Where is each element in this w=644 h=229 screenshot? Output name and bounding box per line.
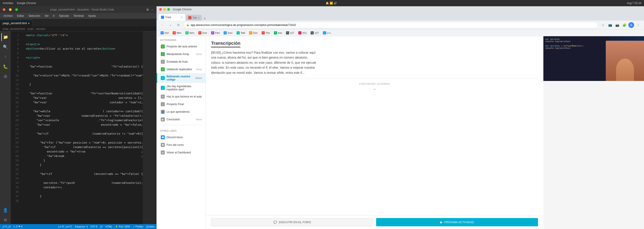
bookmark-127b[interactable]: 🔧 127	[309, 31, 320, 35]
bookmark-serv[interactable]: S Serv	[184, 31, 196, 35]
bookmarks-bar: D Divi M Mini S Serv E Erre P Part S Soc…	[156, 30, 644, 36]
new-tab-button[interactable]: +	[203, 16, 206, 20]
bookmark-boo[interactable]: b boo	[272, 31, 283, 35]
chrome-min-btn[interactable]	[163, 8, 166, 11]
course-item-no-hay[interactable]: ✓ ¡No hay ingredientes repetidos aquí!	[156, 83, 206, 93]
bookmark-41[interactable]: ! (41)	[297, 31, 308, 35]
chrome-title-bar: Google Chrome	[156, 6, 644, 12]
menu-dots[interactable]: ⋮	[635, 22, 641, 28]
course-item-duration-10: 06min	[196, 118, 202, 121]
bookmark-mini[interactable]: M Mini	[171, 31, 182, 35]
profile-icon[interactable]: A	[628, 22, 634, 28]
course-item-discord[interactable]: 💬 Discord Alura	[156, 134, 206, 141]
date-time: Aug 7 02:10	[627, 2, 641, 5]
bookmark-part[interactable]: P Part	[210, 31, 221, 35]
status-lang[interactable]: HTML	[106, 225, 112, 228]
chrome-tab-inactive[interactable]: The ✕	[186, 15, 202, 20]
more-actions-icon[interactable]: ···	[152, 8, 154, 11]
bookmark-icon-erre: E	[198, 31, 202, 34]
menu-ver[interactable]: Ver	[43, 14, 50, 18]
window-close-btn[interactable]	[3, 8, 5, 11]
course-item-duration-5: 03min	[196, 77, 202, 80]
bookmark-127[interactable]: 🔧 127	[285, 31, 296, 35]
activity-account[interactable]: 👤	[1, 206, 10, 214]
bookmark-lix[interactable]: L Li x	[322, 31, 332, 35]
course-item-proyecto-final[interactable]: ✓ Proyecto Final	[156, 100, 206, 108]
bookmark-icon-serv: S	[185, 31, 188, 34]
bookmark-icon-don: D	[249, 31, 252, 34]
menu-ayuda[interactable]: Ayuda	[86, 14, 98, 18]
tab-close-2[interactable]: ✕	[198, 16, 200, 19]
address-bar[interactable]: 🔒 app.aluracursos.com/course/logica-de-p…	[183, 22, 598, 28]
vscode-menu-bar: Archivo Editar Selección Ver Ir Ejecutar…	[0, 13, 156, 19]
breadcrumb-secretos: secretos	[36, 28, 46, 30]
chrome-max-btn[interactable]	[167, 8, 170, 11]
next-activity-button[interactable]: ▶ PRÓXIMA ACTIVIDAD	[376, 218, 538, 226]
course-item-haz[interactable]: ✎ Haz lo que hicimos en el aula	[156, 93, 206, 100]
window-max-btn[interactable]	[15, 8, 18, 11]
continue-label: CONTINUAR LEYENDO	[359, 82, 390, 85]
course-item-ensalada[interactable]: ≡ Ensalada de fruta	[156, 58, 206, 66]
menu-seleccion[interactable]: Selección	[26, 14, 42, 18]
bookmark-erre[interactable]: E Erre	[197, 31, 208, 35]
course-item-label-9: Lo que aprendimos	[166, 110, 190, 114]
course-item-dashboard[interactable]: ⊞ Volver al Dashboard	[156, 149, 206, 156]
forward-button[interactable]: ›	[167, 22, 174, 28]
video-code-preview: var secretos console.log(secretos) var s…	[544, 36, 609, 81]
tab-modified-indicator: ●	[28, 22, 30, 24]
bookmark-label-mini: Mini	[177, 32, 181, 34]
code-area[interactable]: 1234567891011121314151617181920212223242…	[11, 31, 156, 224]
discuss-button[interactable]: 💬 DISCUTIR EN EL FORO	[211, 218, 374, 226]
reload-button[interactable]: ↻	[175, 22, 182, 28]
back-button[interactable]: ‹	[159, 22, 166, 28]
menu-ejecutar[interactable]: Ejecutar	[58, 14, 71, 18]
course-item-refinando[interactable]: ✓ Refinando nuestro código 03min	[156, 73, 206, 83]
course-item-conclusion[interactable]: ▶ Conclusión 06min	[156, 116, 206, 123]
bookmark-divi[interactable]: D Divi	[159, 31, 170, 35]
menu-terminal[interactable]: Terminal	[72, 14, 86, 18]
activity-extensions[interactable]: ⊞	[1, 72, 10, 80]
course-item-manipulando[interactable]: ✓ Manipulando Array 12min	[156, 50, 206, 58]
menu-archivo[interactable]: Archivo	[2, 14, 14, 18]
discuss-label: DISCUTIR EN EL FORO	[279, 220, 311, 224]
activity-git[interactable]: ⑂	[1, 53, 10, 61]
vscode-title: juego_secreto9.html - Javaolinto · Visua…	[50, 8, 114, 11]
activity-debug[interactable]: 🐛	[1, 62, 10, 71]
chrome-tab-active[interactable]: Cour ✕	[158, 14, 185, 20]
split-editor-icon[interactable]: ⊞	[146, 8, 149, 11]
activity-settings[interactable]: ⚙	[1, 216, 10, 224]
window-min-btn[interactable]	[9, 8, 12, 11]
extensions-icon[interactable]: 🧩	[621, 22, 628, 28]
course-item-validando[interactable]: ✓ Validando duplicados 10min	[156, 66, 206, 73]
chrome-close-btn[interactable]	[159, 8, 162, 11]
bookmark-the[interactable]: T The	[260, 31, 271, 35]
bookmark-tabl[interactable]: T Tabl	[235, 31, 246, 35]
course-item-duration-2: 12min	[196, 53, 202, 56]
status-git[interactable]: ⎇ 0 △0	[2, 225, 10, 228]
tab-label-the: The	[192, 16, 197, 19]
menu-ir[interactable]: Ir	[51, 14, 56, 18]
breadcrumb-script: script	[28, 28, 33, 30]
tab-close[interactable]: ✕	[181, 16, 182, 18]
active-tab[interactable]: juego_secreto9.html ●	[0, 20, 32, 26]
bookmark-star[interactable]: ☆	[600, 22, 606, 28]
course-item-foro[interactable]: 💬 Foro del curso	[156, 141, 206, 149]
continue-arrow-icon[interactable]: ⌄	[373, 86, 376, 91]
bookmark-soci[interactable]: S Soci	[222, 31, 234, 35]
others-header: OTROS LINKS	[156, 127, 206, 134]
code-content[interactable]: <meta charset="UTF-">8"> <input/> <butto…	[22, 31, 143, 224]
bookmark-don[interactable]: D Don	[248, 31, 259, 35]
chrome-controls	[159, 8, 170, 11]
cast-icon[interactable]: 📺	[607, 22, 613, 28]
activity-explorer[interactable]: 📁	[1, 33, 10, 41]
bookmark-label-part: Part	[215, 32, 220, 34]
menu-editar[interactable]: Editar	[15, 14, 26, 18]
course-item-lo-que[interactable]: 👤 Lo que aprendimos	[156, 108, 206, 116]
course-item-proyecto-anterior[interactable]: ✓ Proyecto del aula anterior	[156, 43, 206, 50]
bookmark-label-erre: Erre	[202, 32, 207, 34]
title-bar-right: ⊞ ···	[146, 8, 154, 11]
discuss-icon: 💬	[274, 220, 277, 224]
address-text: app.aluracursos.com/course/logica-de-pro…	[191, 24, 296, 26]
activity-search[interactable]: 🔍	[1, 43, 10, 51]
screenshot-icon[interactable]: 📷	[614, 22, 620, 28]
